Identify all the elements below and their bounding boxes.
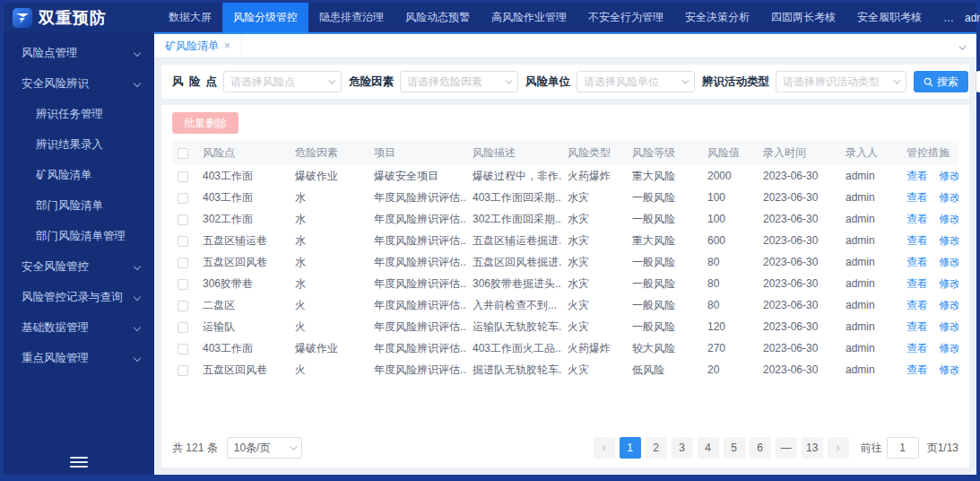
row-checkbox[interactable] — [178, 344, 188, 354]
row-checkbox[interactable] — [178, 171, 188, 182]
top-nav-item[interactable]: 四固两长考核 — [760, 3, 846, 32]
view-link[interactable]: 查看 — [906, 299, 928, 311]
sidebar-collapse-button[interactable] — [4, 457, 154, 468]
page-button[interactable]: 6 — [750, 437, 771, 459]
sidebar-item[interactable]: 部门风险清单 — [4, 190, 154, 221]
top-nav-item[interactable]: 不安全行为管理 — [577, 3, 674, 32]
sidebar-item[interactable]: 重点风险管理 — [4, 343, 154, 373]
edit-link[interactable]: 修改 — [939, 299, 958, 311]
sidebar-item-label: 重点风险管理 — [22, 352, 89, 364]
row-checkbox[interactable] — [178, 279, 188, 290]
search-button[interactable]: 搜索 — [914, 71, 968, 92]
top-nav-item[interactable]: 高风险作业管理 — [481, 3, 577, 32]
sidebar-item[interactable]: 风险管控记录与查询 — [4, 282, 154, 312]
sidebar-item[interactable]: 安全风险管控 — [4, 251, 154, 282]
sidebar-item[interactable]: 基础数据管理 — [4, 312, 154, 343]
cell-entry-user: admin — [840, 294, 901, 316]
edit-link[interactable]: 修改 — [939, 191, 958, 204]
reset-button[interactable]: 重置 — [976, 71, 980, 92]
edit-link[interactable]: 修改 — [939, 234, 958, 247]
view-link[interactable]: 查看 — [906, 363, 928, 376]
view-link[interactable]: 查看 — [906, 277, 928, 290]
row-checkbox[interactable] — [178, 322, 188, 333]
row-checkbox[interactable] — [178, 193, 188, 204]
page-button[interactable]: ‹ — [594, 437, 615, 459]
user-menu[interactable]: admin — [965, 12, 980, 24]
cell-project: 年度风险辨识评估... — [369, 208, 467, 230]
page-button[interactable]: 3 — [672, 437, 693, 459]
edit-link[interactable]: 修改 — [939, 277, 958, 290]
page-button[interactable]: — — [776, 437, 797, 459]
top-nav-item[interactable]: 安全履职考核 — [846, 3, 932, 32]
cell-risk-desc: 爆破过程中，非作... — [467, 165, 562, 187]
view-link[interactable]: 查看 — [906, 256, 928, 268]
cell-risk-value: 100 — [702, 208, 758, 230]
edit-link[interactable]: 修改 — [939, 320, 958, 333]
row-checkbox[interactable] — [178, 301, 188, 311]
col-entry-user: 录入人 — [840, 141, 901, 165]
page-button[interactable]: 1 — [620, 437, 641, 459]
page-button[interactable]: 2 — [646, 437, 667, 459]
cell-project: 年度风险辨识评估... — [369, 294, 467, 316]
cell-risk-point: 五盘区辅运巷 — [197, 230, 290, 251]
row-checkbox[interactable] — [178, 214, 188, 225]
goto-label: 前往 — [861, 441, 882, 456]
filter-select[interactable]: 请选择风险单位 — [577, 71, 695, 92]
view-link[interactable]: 查看 — [906, 213, 928, 225]
chevron-down-icon — [681, 76, 689, 83]
sidebar-item[interactable]: 辨识结果录入 — [4, 129, 154, 160]
page-button[interactable]: 13 — [802, 437, 823, 459]
page-button[interactable]: 4 — [698, 437, 719, 459]
view-link[interactable]: 查看 — [906, 342, 928, 354]
view-link[interactable]: 查看 — [906, 234, 928, 247]
row-checkbox[interactable] — [178, 258, 188, 268]
sidebar-item[interactable]: 风险点管理 — [4, 38, 154, 68]
filter-bar: 风 险 点 请选择风险点 危险因素 请选择危险因素 — [161, 65, 969, 99]
chevron-down-icon — [290, 442, 297, 450]
table-row: 306胶带巷 水 年度风险辨识评估... 306胶带巷掘进头... 水灾 一般风… — [172, 273, 958, 294]
batch-delete-button[interactable]: 批量删除 — [172, 112, 238, 134]
goto-page-input[interactable] — [887, 437, 919, 459]
filter-select[interactable]: 请选择辨识活动类型 — [776, 71, 906, 92]
search-label: 搜索 — [937, 74, 958, 90]
top-nav-item[interactable]: 数据大屏 — [158, 3, 222, 32]
tab-options-chevron-icon[interactable] — [958, 38, 976, 54]
cell-risk-point: 二盘区 — [197, 294, 290, 316]
row-checkbox[interactable] — [178, 236, 188, 247]
select-all-checkbox[interactable] — [178, 148, 188, 159]
table-header-row: 风险点 危险因素 项目 风险描述 风险类型 风险等级 风险值 录入时间 录入人 … — [172, 141, 958, 165]
edit-link[interactable]: 修改 — [939, 170, 958, 182]
edit-link[interactable]: 修改 — [939, 256, 958, 268]
page-size-select[interactable]: 10条/页 — [227, 437, 302, 459]
cell-risk-point: 302工作面 — [197, 208, 290, 230]
edit-link[interactable]: 修改 — [939, 363, 958, 376]
sidebar-item[interactable]: 辨识任务管理 — [4, 99, 154, 129]
cell-risk-type: 火灾 — [562, 359, 627, 380]
tab-mine-risk-list[interactable]: 矿风险清单 × — [154, 34, 242, 57]
filter-select[interactable]: 请选择危险因素 — [400, 71, 518, 92]
view-link[interactable]: 查看 — [906, 320, 928, 333]
view-link[interactable]: 查看 — [906, 191, 928, 204]
edit-link[interactable]: 修改 — [939, 213, 958, 225]
top-nav-item[interactable]: 隐患排查治理 — [308, 3, 395, 32]
tab-close-icon[interactable]: × — [224, 39, 230, 52]
sidebar-item[interactable]: 安全风险辨识 — [4, 68, 154, 99]
top-nav-item[interactable]: 风险动态预警 — [395, 3, 481, 32]
top-nav-item[interactable]: 风险分级管控 — [222, 3, 308, 32]
top-nav-item[interactable]: … — [932, 3, 965, 32]
sidebar-item[interactable]: 部门风险清单管理 — [4, 221, 154, 251]
table-row: 403工作面 爆破作业 爆破安全项目 爆破过程中，非作... 火药爆炸 重大风险… — [172, 165, 958, 187]
page-button[interactable]: › — [828, 437, 849, 459]
body-row: 风险点管理 安全风险辨识 辨识任务管理 辨识结果录入 — [4, 32, 976, 475]
cell-project: 年度风险辨识评估... — [369, 337, 467, 359]
sidebar-item-label: 风险管控记录与查询 — [22, 291, 123, 303]
sidebar-item[interactable]: 矿风险清单 — [4, 160, 154, 190]
row-checkbox[interactable] — [178, 365, 188, 376]
sidebar-item-label: 部门风险清单管理 — [36, 230, 126, 242]
view-link[interactable]: 查看 — [906, 170, 928, 182]
edit-link[interactable]: 修改 — [939, 342, 958, 354]
page-button[interactable]: 5 — [724, 437, 745, 459]
top-nav-item[interactable]: 安全决策分析 — [674, 3, 760, 32]
filter-select[interactable]: 请选择风险点 — [223, 71, 342, 92]
tab-label: 矿风险清单 — [165, 39, 219, 54]
